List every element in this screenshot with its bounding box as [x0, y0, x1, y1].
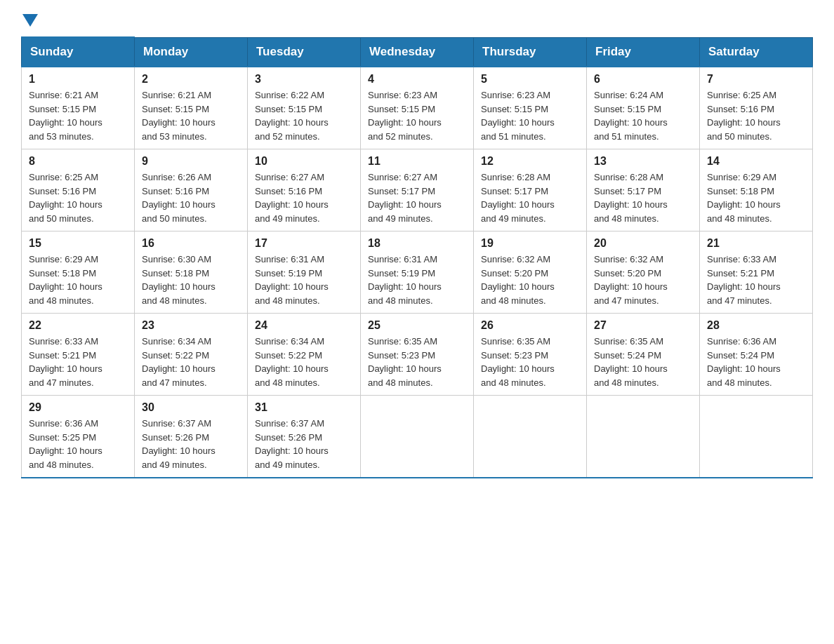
day-number: 7 — [707, 73, 805, 86]
calendar-cell — [700, 396, 813, 478]
day-info: Sunrise: 6:21 AM Sunset: 5:15 PM Dayligh… — [142, 88, 240, 143]
day-number: 26 — [481, 319, 579, 332]
calendar-cell: 31 Sunrise: 6:37 AM Sunset: 5:26 PM Dayl… — [248, 396, 361, 478]
day-number: 11 — [368, 155, 466, 168]
calendar-week-4: 22 Sunrise: 6:33 AM Sunset: 5:21 PM Dayl… — [22, 314, 813, 396]
day-info: Sunrise: 6:32 AM Sunset: 5:20 PM Dayligh… — [481, 253, 579, 307]
calendar-cell: 2 Sunrise: 6:21 AM Sunset: 5:15 PM Dayli… — [135, 67, 248, 149]
calendar-cell: 30 Sunrise: 6:37 AM Sunset: 5:26 PM Dayl… — [135, 396, 248, 478]
day-number: 31 — [255, 401, 353, 414]
calendar-cell: 13 Sunrise: 6:28 AM Sunset: 5:17 PM Dayl… — [587, 149, 700, 232]
day-number: 1 — [29, 73, 127, 86]
day-number: 2 — [142, 73, 240, 86]
day-number: 27 — [594, 319, 692, 332]
day-info: Sunrise: 6:31 AM Sunset: 5:19 PM Dayligh… — [255, 253, 353, 307]
day-info: Sunrise: 6:26 AM Sunset: 5:16 PM Dayligh… — [142, 170, 240, 225]
page-header — [21, 14, 813, 29]
calendar-week-3: 15 Sunrise: 6:29 AM Sunset: 5:18 PM Dayl… — [22, 232, 813, 314]
column-header-wednesday: Wednesday — [361, 37, 474, 67]
calendar-cell: 8 Sunrise: 6:25 AM Sunset: 5:16 PM Dayli… — [22, 149, 135, 232]
day-number: 25 — [368, 319, 466, 332]
calendar-cell — [587, 396, 700, 478]
column-header-monday: Monday — [135, 37, 248, 67]
day-info: Sunrise: 6:35 AM Sunset: 5:24 PM Dayligh… — [594, 335, 692, 389]
calendar-week-1: 1 Sunrise: 6:21 AM Sunset: 5:15 PM Dayli… — [22, 67, 813, 149]
logo-arrow-icon — [22, 14, 38, 27]
day-number: 21 — [707, 237, 805, 250]
day-number: 4 — [368, 73, 466, 86]
calendar-cell: 16 Sunrise: 6:30 AM Sunset: 5:18 PM Dayl… — [135, 232, 248, 314]
day-number: 17 — [255, 237, 353, 250]
day-number: 13 — [594, 155, 692, 168]
day-number: 20 — [594, 237, 692, 250]
calendar-cell: 21 Sunrise: 6:33 AM Sunset: 5:21 PM Dayl… — [700, 232, 813, 314]
column-header-sunday: Sunday — [22, 37, 135, 67]
calendar-cell: 23 Sunrise: 6:34 AM Sunset: 5:22 PM Dayl… — [135, 314, 248, 396]
day-number: 23 — [142, 319, 240, 332]
day-info: Sunrise: 6:30 AM Sunset: 5:18 PM Dayligh… — [142, 253, 240, 307]
day-info: Sunrise: 6:32 AM Sunset: 5:20 PM Dayligh… — [594, 253, 692, 307]
day-number: 30 — [142, 401, 240, 414]
column-header-tuesday: Tuesday — [248, 37, 361, 67]
calendar-cell: 11 Sunrise: 6:27 AM Sunset: 5:17 PM Dayl… — [361, 149, 474, 232]
calendar-cell: 26 Sunrise: 6:35 AM Sunset: 5:23 PM Dayl… — [474, 314, 587, 396]
day-number: 8 — [29, 155, 127, 168]
day-info: Sunrise: 6:28 AM Sunset: 5:17 PM Dayligh… — [481, 170, 579, 225]
day-info: Sunrise: 6:24 AM Sunset: 5:15 PM Dayligh… — [594, 88, 692, 143]
day-info: Sunrise: 6:36 AM Sunset: 5:24 PM Dayligh… — [707, 335, 805, 389]
day-info: Sunrise: 6:33 AM Sunset: 5:21 PM Dayligh… — [29, 335, 127, 389]
day-info: Sunrise: 6:35 AM Sunset: 5:23 PM Dayligh… — [368, 335, 466, 389]
day-number: 29 — [29, 401, 127, 414]
calendar-cell: 27 Sunrise: 6:35 AM Sunset: 5:24 PM Dayl… — [587, 314, 700, 396]
day-info: Sunrise: 6:34 AM Sunset: 5:22 PM Dayligh… — [142, 335, 240, 389]
day-info: Sunrise: 6:36 AM Sunset: 5:25 PM Dayligh… — [29, 417, 127, 471]
calendar-week-2: 8 Sunrise: 6:25 AM Sunset: 5:16 PM Dayli… — [22, 149, 813, 232]
calendar-cell: 28 Sunrise: 6:36 AM Sunset: 5:24 PM Dayl… — [700, 314, 813, 396]
day-info: Sunrise: 6:21 AM Sunset: 5:15 PM Dayligh… — [29, 88, 127, 143]
day-info: Sunrise: 6:23 AM Sunset: 5:15 PM Dayligh… — [368, 88, 466, 143]
calendar-cell: 14 Sunrise: 6:29 AM Sunset: 5:18 PM Dayl… — [700, 149, 813, 232]
day-info: Sunrise: 6:27 AM Sunset: 5:17 PM Dayligh… — [368, 170, 466, 225]
calendar-cell: 4 Sunrise: 6:23 AM Sunset: 5:15 PM Dayli… — [361, 67, 474, 149]
calendar-cell: 1 Sunrise: 6:21 AM Sunset: 5:15 PM Dayli… — [22, 67, 135, 149]
calendar-cell: 17 Sunrise: 6:31 AM Sunset: 5:19 PM Dayl… — [248, 232, 361, 314]
column-header-thursday: Thursday — [474, 37, 587, 67]
calendar-cell — [361, 396, 474, 478]
day-info: Sunrise: 6:25 AM Sunset: 5:16 PM Dayligh… — [29, 170, 127, 225]
calendar-cell: 10 Sunrise: 6:27 AM Sunset: 5:16 PM Dayl… — [248, 149, 361, 232]
calendar-cell: 9 Sunrise: 6:26 AM Sunset: 5:16 PM Dayli… — [135, 149, 248, 232]
day-info: Sunrise: 6:34 AM Sunset: 5:22 PM Dayligh… — [255, 335, 353, 389]
day-number: 10 — [255, 155, 353, 168]
calendar-cell: 12 Sunrise: 6:28 AM Sunset: 5:17 PM Dayl… — [474, 149, 587, 232]
day-number: 12 — [481, 155, 579, 168]
day-number: 9 — [142, 155, 240, 168]
calendar-cell: 29 Sunrise: 6:36 AM Sunset: 5:25 PM Dayl… — [22, 396, 135, 478]
calendar-header: SundayMondayTuesdayWednesdayThursdayFrid… — [22, 37, 813, 67]
calendar-week-5: 29 Sunrise: 6:36 AM Sunset: 5:25 PM Dayl… — [22, 396, 813, 478]
calendar-cell: 22 Sunrise: 6:33 AM Sunset: 5:21 PM Dayl… — [22, 314, 135, 396]
day-info: Sunrise: 6:23 AM Sunset: 5:15 PM Dayligh… — [481, 88, 579, 143]
calendar-cell: 3 Sunrise: 6:22 AM Sunset: 5:15 PM Dayli… — [248, 67, 361, 149]
day-info: Sunrise: 6:28 AM Sunset: 5:17 PM Dayligh… — [594, 170, 692, 225]
calendar-cell: 24 Sunrise: 6:34 AM Sunset: 5:22 PM Dayl… — [248, 314, 361, 396]
day-info: Sunrise: 6:29 AM Sunset: 5:18 PM Dayligh… — [707, 170, 805, 225]
calendar-cell: 18 Sunrise: 6:31 AM Sunset: 5:19 PM Dayl… — [361, 232, 474, 314]
day-number: 15 — [29, 237, 127, 250]
calendar-cell: 6 Sunrise: 6:24 AM Sunset: 5:15 PM Dayli… — [587, 67, 700, 149]
calendar-cell — [474, 396, 587, 478]
calendar-table: SundayMondayTuesdayWednesdayThursdayFrid… — [21, 36, 813, 478]
day-info: Sunrise: 6:31 AM Sunset: 5:19 PM Dayligh… — [368, 253, 466, 307]
day-number: 6 — [594, 73, 692, 86]
svg-marker-0 — [22, 14, 38, 27]
calendar-cell: 7 Sunrise: 6:25 AM Sunset: 5:16 PM Dayli… — [700, 67, 813, 149]
calendar-cell: 19 Sunrise: 6:32 AM Sunset: 5:20 PM Dayl… — [474, 232, 587, 314]
day-info: Sunrise: 6:33 AM Sunset: 5:21 PM Dayligh… — [707, 253, 805, 307]
day-info: Sunrise: 6:27 AM Sunset: 5:16 PM Dayligh… — [255, 170, 353, 225]
day-number: 14 — [707, 155, 805, 168]
day-number: 16 — [142, 237, 240, 250]
calendar-cell: 5 Sunrise: 6:23 AM Sunset: 5:15 PM Dayli… — [474, 67, 587, 149]
calendar-cell: 15 Sunrise: 6:29 AM Sunset: 5:18 PM Dayl… — [22, 232, 135, 314]
logo — [21, 14, 38, 29]
day-info: Sunrise: 6:25 AM Sunset: 5:16 PM Dayligh… — [707, 88, 805, 143]
calendar-cell: 20 Sunrise: 6:32 AM Sunset: 5:20 PM Dayl… — [587, 232, 700, 314]
